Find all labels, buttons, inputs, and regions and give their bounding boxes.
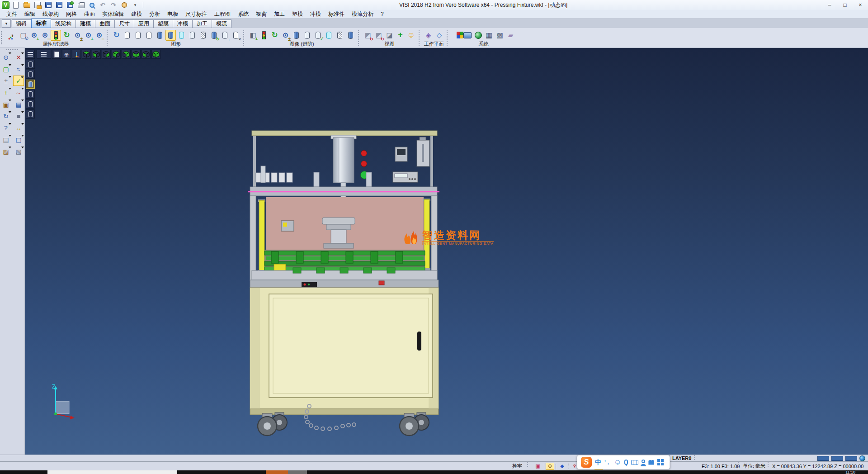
redo-button[interactable]: ↷ (109, 1, 118, 9)
snap-zoom-edit-button[interactable]: ⊕ (546, 463, 554, 470)
zoom-extents-tool[interactable]: ± (0, 76, 11, 86)
active-layer-button[interactable]: LAYER0 (672, 455, 691, 461)
solid-cube-tool[interactable]: ■ (13, 111, 24, 121)
taskbar-app-button[interactable] (266, 470, 288, 474)
ghost-mode-icon[interactable] (187, 30, 198, 41)
menu-drawing[interactable]: 工程图 (211, 10, 234, 18)
snap-lock-toggle[interactable]: 拴牢 (512, 462, 522, 470)
qat-customize-button[interactable]: ▾ (131, 1, 140, 9)
tab-modeling[interactable]: 建模 (76, 19, 95, 28)
section-tool[interactable]: ▧ (13, 146, 24, 156)
system-grid-icon[interactable] (484, 30, 494, 41)
clipboard-tool[interactable]: ▢ (13, 134, 24, 145)
shaded-edges-mode-icon[interactable] (165, 30, 176, 41)
save-as-button[interactable] (55, 1, 64, 9)
menu-help[interactable]: ? (377, 10, 387, 18)
tab-dimension[interactable]: 尺寸 (115, 19, 134, 28)
workplane-align-icon[interactable] (434, 30, 444, 41)
wireframe-mode-icon[interactable] (122, 30, 132, 41)
menu-stamping[interactable]: 冲模 (307, 10, 325, 18)
menu-system[interactable]: 系统 (234, 10, 252, 18)
menu-machining[interactable]: 加工 (270, 10, 288, 18)
system-display-icon[interactable] (462, 30, 472, 41)
menu-electrode[interactable]: 电极 (164, 10, 182, 18)
viewport-3d[interactable]: ⊕ (25, 48, 868, 455)
recent-commands-button[interactable] (120, 1, 129, 9)
ime-keyboard-icon[interactable] (631, 460, 638, 465)
pattern-tool[interactable]: ▨ (0, 146, 11, 156)
show-all-icon[interactable] (83, 30, 94, 41)
ime-microphone-icon[interactable] (624, 460, 628, 465)
hide-entities-icon[interactable] (40, 30, 50, 41)
menu-window[interactable]: 视窗 (252, 10, 270, 18)
insert-file-button[interactable] (33, 1, 42, 9)
zoom-select-tool[interactable]: ⊙ (0, 52, 11, 62)
tab-dropdown-button[interactable]: ▾ (2, 19, 11, 28)
sogou-logo-icon[interactable]: S (581, 457, 592, 468)
menu-standard-parts[interactable]: 标准件 (325, 10, 348, 18)
menu-mold[interactable]: 塑模 (288, 10, 307, 18)
menu-solid-edit[interactable]: 实体编辑 (99, 10, 127, 18)
attributes-paint-icon[interactable] (7, 30, 18, 41)
view-axis-icon[interactable] (395, 30, 406, 41)
advanced-solid-icon[interactable] (345, 30, 356, 41)
machine-model[interactable] (25, 48, 868, 455)
save-all-button[interactable] (66, 1, 75, 9)
redraw-icon[interactable] (111, 30, 122, 41)
tab-machining[interactable]: 加工 (193, 19, 212, 28)
print-button[interactable] (76, 1, 85, 9)
frame-select-tool[interactable]: ▢ (0, 64, 11, 74)
system-plane-icon[interactable] (505, 30, 516, 41)
menu-dimension[interactable]: 尺寸标注 (182, 10, 211, 18)
system-snap-grid-icon[interactable] (495, 30, 505, 41)
ime-emoji-button[interactable]: ☺ (614, 459, 621, 466)
toggle-visibility-icon[interactable] (72, 30, 83, 41)
new-file-button[interactable] (11, 1, 20, 9)
transparent-mode-icon[interactable] (176, 30, 187, 41)
hatched-mode-icon[interactable] (198, 30, 208, 41)
open-file-button[interactable] (22, 1, 31, 9)
menu-edit[interactable]: 编辑 (21, 10, 39, 18)
advanced-view-add-icon[interactable] (248, 30, 258, 41)
advanced-filter-icon[interactable] (259, 30, 269, 41)
save-button[interactable] (44, 1, 53, 9)
workplane-create-icon[interactable] (423, 30, 434, 41)
refresh-visibility-icon[interactable] (61, 30, 72, 41)
menu-modeling[interactable]: 建模 (127, 10, 146, 18)
taskbar-app-button[interactable] (288, 470, 307, 474)
move-axis-tool[interactable]: + (0, 87, 11, 98)
minimize-button[interactable]: – (822, 0, 837, 10)
advanced-shaded-icon[interactable] (291, 30, 302, 41)
color-swatch[interactable] (831, 456, 843, 461)
regenerate-shading-icon[interactable] (209, 30, 219, 41)
system-colors-icon[interactable] (451, 30, 462, 41)
advanced-refresh-icon[interactable] (269, 30, 280, 41)
taskbar-clock[interactable]: 11:10 (845, 470, 855, 474)
taskbar-window-button[interactable] (47, 470, 177, 474)
filter-traffic-light-icon[interactable] (51, 30, 61, 41)
refresh-tool[interactable]: ↻ (0, 111, 11, 121)
color-swatch[interactable] (845, 456, 857, 461)
trim-tool[interactable]: ✕ (13, 52, 24, 62)
tab-surface[interactable]: 曲面 (95, 19, 115, 28)
globe-icon[interactable] (859, 455, 865, 461)
ime-language-toggle[interactable]: 中 (595, 459, 601, 465)
ime-account-icon[interactable] (642, 460, 645, 463)
tab-stamping[interactable]: 冲模 (173, 19, 193, 28)
tab-standard[interactable]: 标准 (31, 19, 51, 28)
rotate-view-icon[interactable] (363, 30, 373, 41)
tab-flow[interactable]: 模流 (212, 19, 231, 28)
menu-analysis[interactable]: 分析 (146, 10, 164, 18)
dashed-hidden-mode-icon[interactable] (144, 30, 154, 41)
ime-punctuation-toggle[interactable]: ’， (604, 460, 611, 465)
spline-tool[interactable]: ∼ (13, 87, 24, 98)
snap-endpoint-button[interactable]: ▣ (533, 463, 542, 470)
attributes-tool[interactable]: ▣ (0, 99, 11, 109)
confirm-tool[interactable]: ✓ (13, 76, 24, 86)
advanced-ghost-icon[interactable] (302, 30, 312, 41)
undo-button[interactable]: ↶ (98, 1, 107, 9)
menu-wireframe[interactable]: 线架构 (39, 10, 62, 18)
system-globe-icon[interactable] (473, 30, 483, 41)
menu-flow-analysis[interactable]: 模流分析 (348, 10, 377, 18)
tab-wireframe[interactable]: 线架构 (51, 19, 76, 28)
